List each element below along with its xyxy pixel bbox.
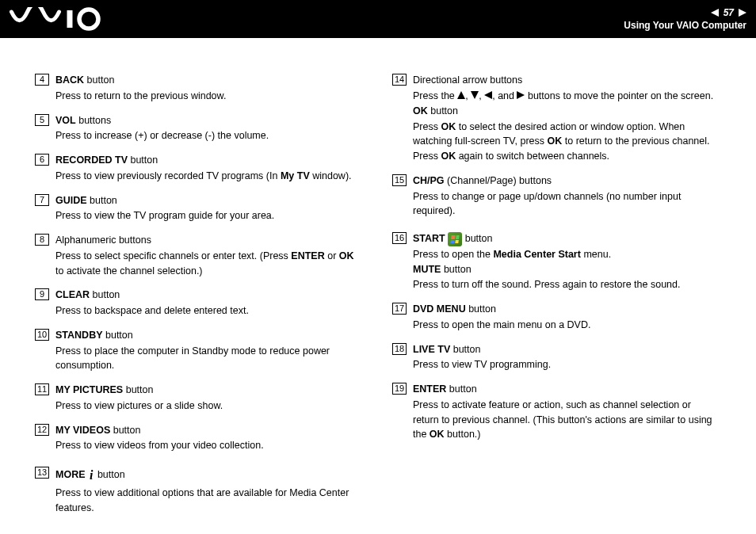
svg-point-1 (79, 10, 98, 29)
item-title-rest: button (450, 344, 480, 355)
item-desc: Press the , , , and buttons to move the … (413, 89, 718, 104)
next-page-icon[interactable] (739, 9, 746, 17)
page-header: 57 Using Your VAIO Computer (0, 0, 756, 38)
item-desc: Press to change or page up/down channels… (413, 189, 718, 219)
item-title-rest: button (466, 303, 496, 315)
more-icon: i (88, 466, 94, 485)
item-title-rest: button (84, 74, 114, 86)
left-column: 4 BACK button Press to return to the pre… (35, 73, 361, 525)
item-number: 16 (392, 232, 407, 244)
item-title-rest: button (87, 195, 117, 206)
item-desc: Press to view TV programming. (413, 357, 551, 372)
item-number: 8 (35, 234, 49, 246)
item-title-rest: (Channel/Page) buttons (445, 175, 552, 186)
item-number: 17 (392, 303, 407, 315)
content: 4 BACK button Press to return to the pre… (0, 38, 756, 534)
item-6: 6 RECORDED TV button Press to view previ… (35, 153, 361, 184)
item-number: 18 (392, 343, 407, 355)
item-title-bold: MORE (55, 469, 86, 480)
item-subtitle: OK button (413, 104, 718, 119)
item-title-bold: LIVE TV (413, 344, 450, 355)
arrow-right-icon (517, 89, 525, 104)
arrow-down-icon (471, 89, 479, 104)
item-desc: Press to increase (+) or decrease (-) th… (55, 128, 269, 143)
item-title-bold: VOL (55, 115, 76, 126)
item-12: 12 MY VIDEOS button Press to view videos… (35, 423, 361, 454)
item-number: 10 (35, 329, 49, 341)
item-title-rest: button (123, 384, 153, 395)
item-11: 11 MY PICTURES button Press to view pict… (35, 383, 361, 414)
item-title-bold: RECORDED TV (55, 154, 128, 166)
page-nav: 57 Using Your VAIO Computer (624, 7, 746, 31)
arrow-left-icon (484, 89, 492, 104)
item-19: 19 ENTER button Press to activate featur… (392, 382, 718, 442)
section-title: Using Your VAIO Computer (624, 20, 746, 31)
item-desc: Press to view the TV program guide for y… (55, 208, 274, 223)
item-title: Alphanumeric buttons (55, 233, 361, 248)
arrow-up-icon (457, 89, 465, 104)
item-title-bold: BACK (55, 74, 84, 86)
vaio-logo (10, 7, 105, 31)
item-desc: Press to view additional options that ar… (55, 486, 361, 516)
item-13: 13 MORE i button Press to view additiona… (35, 466, 361, 516)
item-number: 4 (35, 74, 49, 86)
item-title-bold: CH/PG (413, 175, 445, 186)
item-desc: Press to view videos from your video col… (55, 438, 264, 453)
start-icon (448, 232, 462, 246)
item-desc: Press to open the main menu on a DVD. (413, 318, 590, 333)
item-title-rest: button (97, 469, 125, 480)
item-desc: Press to select specific channels or ent… (55, 249, 361, 279)
item-title-rest: button (103, 330, 133, 341)
svg-rect-0 (67, 10, 73, 28)
item-title-rest: button (465, 233, 493, 244)
item-subdesc: Press OK to select the desired action or… (413, 120, 718, 164)
item-title-bold: MY PICTURES (55, 384, 123, 395)
item-number: 12 (35, 424, 49, 436)
item-16: 16 START button Press to open the Media … (392, 231, 718, 292)
item-title-bold: DVD MENU (413, 303, 466, 315)
item-desc: Press to activate feature or action, suc… (413, 398, 718, 442)
item-14: 14 Directional arrow buttons Press the ,… (392, 73, 718, 164)
item-number: 11 (35, 383, 49, 395)
item-title-bold: START (413, 233, 445, 244)
item-number: 19 (392, 383, 407, 395)
item-title-rest: button (128, 154, 158, 166)
item-subdesc: Press to turn off the sound. Press again… (413, 277, 680, 292)
item-number: 6 (35, 154, 49, 166)
item-4: 4 BACK button Press to return to the pre… (35, 73, 361, 104)
prev-page-icon[interactable] (711, 9, 719, 17)
item-5: 5 VOL buttons Press to increase (+) or d… (35, 113, 361, 144)
item-title-bold: GUIDE (55, 195, 87, 206)
item-desc: Press to backspace and delete entered te… (55, 303, 249, 318)
item-9: 9 CLEAR button Press to backspace and de… (35, 288, 361, 318)
page-number: 57 (724, 7, 734, 18)
item-10: 10 STANDBY button Press to place the com… (35, 328, 361, 373)
item-title-bold: STANDBY (55, 330, 103, 341)
item-7: 7 GUIDE button Press to view the TV prog… (35, 193, 361, 224)
item-number: 13 (35, 467, 49, 479)
item-number: 7 (35, 194, 49, 206)
item-15: 15 CH/PG (Channel/Page) buttons Press to… (392, 174, 718, 219)
item-desc: Press to view previously recorded TV pro… (55, 169, 352, 184)
item-title-rest: button (90, 289, 120, 300)
right-column: 14 Directional arrow buttons Press the ,… (392, 73, 718, 525)
item-title-rest: button (110, 425, 140, 436)
item-17: 17 DVD MENU button Press to open the mai… (392, 302, 718, 333)
item-number: 9 (35, 288, 49, 300)
item-desc: Press to return to the previous window. (55, 89, 226, 104)
item-number: 14 (392, 74, 407, 86)
item-subtitle: MUTE button (413, 262, 680, 277)
item-desc: Press to place the computer in Standby m… (55, 344, 361, 374)
item-number: 5 (35, 114, 49, 126)
item-18: 18 LIVE TV button Press to view TV progr… (392, 342, 718, 373)
item-title-rest: button (446, 383, 476, 395)
item-title-bold: MY VIDEOS (55, 425, 110, 436)
item-title-bold: ENTER (413, 383, 446, 395)
item-number: 15 (392, 174, 407, 186)
item-desc: Press to open the Media Center Start men… (413, 247, 680, 262)
item-title-rest: buttons (76, 115, 111, 126)
item-title-bold: CLEAR (55, 289, 90, 300)
item-title: Directional arrow buttons (413, 73, 718, 88)
vaio-logo-svg (10, 7, 105, 31)
item-8: 8 Alphanumeric buttons Press to select s… (35, 233, 361, 278)
